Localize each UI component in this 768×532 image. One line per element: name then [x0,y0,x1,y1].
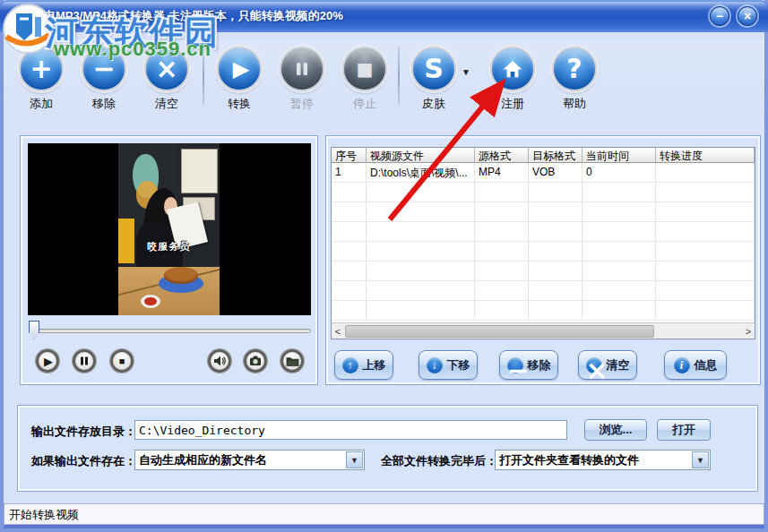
volume-icon [212,354,227,368]
table-row[interactable] [332,202,755,222]
table-row[interactable] [332,301,755,321]
table-row[interactable] [332,183,755,202]
action-button-label: 移除 [528,357,551,373]
browse-button[interactable]: 浏览... [584,419,647,441]
toolbar-button-label: 注册 [488,96,538,112]
toolbar-button-convert[interactable]: ▶转换 [214,47,264,112]
table-cell [656,222,755,242]
table-cell [582,242,656,262]
action-button-move-up[interactable]: ↑上移 [334,350,393,380]
table-cell [529,242,582,262]
toolbar-button-label: 转换 [214,96,264,112]
player-button-stop[interactable]: ■ [110,349,134,373]
action-button-remove[interactable]: −移除 [499,350,558,380]
column-header[interactable]: 当前时间 [582,148,656,163]
app-window: 闪电MP3/MP4格式转换器 未注册版本，只能转换视频的20% − × +添加−… [0,0,768,532]
snapshot-icon [248,354,263,368]
column-header[interactable]: 序号 [332,148,367,163]
exists-combobox-value: 自动生成相应的新文件名 [135,452,345,468]
after-combobox[interactable]: 打开文件夹查看转换的文件 ▼ [495,450,711,470]
output-dir-input[interactable] [134,420,567,440]
move-down-icon: ↓ [427,357,443,373]
column-header[interactable]: 目标格式 [529,148,582,163]
table-cell [529,301,582,321]
scroll-left-icon[interactable]: < [332,324,344,339]
column-header[interactable]: 转换进度 [656,148,755,163]
pause-icon [79,356,90,366]
table-body: 1D:\tools\桌面\视频\...MP4VOB0 [332,163,755,321]
watermark-site-url: www.pc0359.cn [54,38,211,61]
table-cell [529,222,582,242]
action-button-move-down[interactable]: ↓下移 [419,350,478,380]
table-row[interactable] [332,242,755,262]
table-cell [529,262,582,281]
toolbar-button-label: 添加 [16,96,66,112]
skin-icon: S [411,47,456,91]
skin-dropdown-arrow-icon[interactable]: ▼ [462,67,470,77]
toolbar-button-label: 清空 [142,96,192,112]
table-row[interactable] [332,222,755,242]
toolbar-button-help[interactable]: ?帮助 [549,47,600,112]
minimize-button[interactable]: − [710,6,729,26]
table-cell [656,281,755,301]
toolbar-separator [398,47,400,106]
open-button[interactable]: 打开 [657,419,711,441]
table-row[interactable] [332,281,755,301]
play-icon: ▶ [42,355,53,368]
table-row[interactable] [332,262,755,281]
seek-slider-track[interactable] [31,329,311,333]
scroll-right-icon[interactable]: > [742,324,755,339]
action-button-label: 清空 [607,357,630,373]
player-button-snapshot[interactable] [244,349,267,373]
table-cell [475,242,529,262]
toolbar-button-label: 停止 [340,96,390,112]
action-button-label: 信息 [695,357,718,373]
move-up-icon: ↑ [342,357,358,373]
table-cell [332,242,367,262]
table-cell [367,202,475,222]
table-cell [475,222,529,242]
table-cell [332,222,367,242]
after-combobox-value: 打开文件夹查看转换的文件 [496,452,691,468]
scroll-thumb[interactable] [345,325,654,338]
table-cell [367,262,475,281]
column-header[interactable]: 源格式 [475,148,529,163]
column-header[interactable]: 视频源文件 [367,148,475,163]
table-cell [332,183,367,202]
toolbar-button-register[interactable]: 注册 [488,47,538,112]
chevron-down-icon[interactable]: ▼ [346,451,363,468]
toolbar-button-label: 皮肤 [409,96,459,112]
table-cell [332,281,367,301]
table-cell [582,222,656,242]
action-button-label: 下移 [447,357,470,373]
table-cell [656,242,755,262]
table-cell [475,262,529,281]
horizontal-scrollbar[interactable]: < > [332,322,755,339]
video-preview[interactable]: 咬服务员 [28,143,311,315]
toolbar-button-skin[interactable]: S皮肤 [409,47,459,112]
table-cell [656,163,755,183]
player-button-pause[interactable] [73,349,96,373]
window-bottom-edge [4,525,764,528]
close-button[interactable]: × [738,6,757,26]
table-cell: MP4 [475,163,529,183]
player-button-play[interactable]: ▶ [36,349,59,373]
stop-icon: ■ [342,47,387,91]
exists-combobox[interactable]: 自动生成相应的新文件名 ▼ [134,450,365,470]
action-button-clear[interactable]: ×清空 [578,350,637,380]
table-cell [367,301,475,321]
table-cell [529,281,582,301]
player-button-volume[interactable] [208,349,231,373]
seek-slider-handle[interactable] [29,321,39,339]
table-cell [475,202,529,222]
table-row[interactable]: 1D:\tools\桌面\视频\...MP4VOB0 [332,163,755,183]
action-button-info[interactable]: i信息 [664,350,727,380]
table-cell [582,281,656,301]
after-label: 全部文件转换完毕后： [381,453,497,469]
chevron-down-icon[interactable]: ▼ [692,451,709,468]
remove-icon: − [507,357,523,373]
table-header: 序号视频源文件源格式目标格式当前时间转换进度 [332,148,755,163]
player-button-open-file[interactable] [280,349,304,373]
toolbar-button-pause: 暂停 [277,47,327,112]
toolbar-button-label: 暂停 [277,96,327,112]
